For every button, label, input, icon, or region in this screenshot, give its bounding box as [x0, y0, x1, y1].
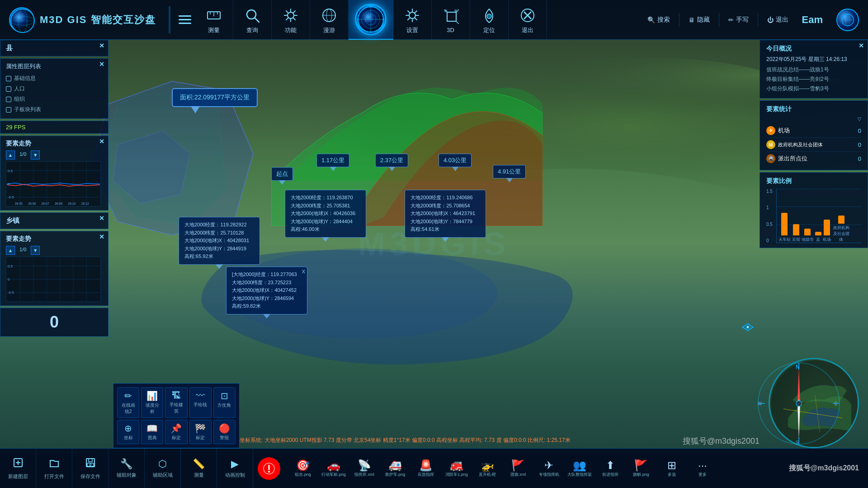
status-team[interactable]: 🚩 团旗.xml [505, 459, 532, 478]
coord-popup-3: 大地2000经度：119.263870 大地2000纬度：25.705381 大… [285, 190, 366, 238]
layer-checkbox-2[interactable] [6, 86, 11, 92]
status-helicopter[interactable]: 🚁 直升机-橙 [474, 459, 501, 478]
svg-text:26:10: 26:10 [68, 202, 75, 205]
logo-globe[interactable] [9, 7, 34, 33]
draw-tool-1[interactable]: ✏ 在线画线2 [117, 387, 139, 418]
save-file-btn[interactable]: 保存文件 [72, 449, 108, 488]
layer-item-4[interactable]: 子板块列表 [6, 104, 103, 115]
toolbar-function[interactable]: 功能 [272, 0, 310, 40]
status-advance[interactable]: ⬆ 前进指挥 [597, 459, 624, 478]
status-multi[interactable]: ⊞ 多选 [658, 459, 685, 478]
toolbar-query[interactable]: 查询 [233, 0, 272, 40]
attr-close[interactable]: ✕ [99, 61, 104, 68]
eye-button[interactable] [741, 322, 754, 334]
township-close[interactable]: ✕ [99, 215, 104, 222]
menu-button[interactable] [179, 12, 195, 28]
big-team-label: 大队整指挥架 [567, 472, 592, 478]
status-emergency[interactable]: 🚨 应急指挥 [412, 459, 439, 478]
toolbar-measure[interactable]: 测量 [195, 0, 233, 40]
draw-tool-coord[interactable]: ⊕ 坐标 [117, 420, 139, 444]
toolbar-roam[interactable]: 漫游 [310, 0, 349, 40]
hand-line-icon: 〰 [196, 390, 205, 401]
status-special[interactable]: ✈ 专项指挥机 [535, 459, 562, 478]
handwrite-icon: ✏ [728, 16, 734, 23]
trend2-up[interactable]: ▲ [6, 246, 15, 255]
open-file-btn[interactable]: 打开文件 [36, 449, 72, 488]
stats-police-row: 🚔 派出所点位 0 [766, 152, 861, 165]
svg-point-86 [796, 401, 802, 406]
toolbar-exit[interactable]: 退出 [509, 0, 547, 40]
bar-airport-label: 机场 [823, 237, 831, 243]
brand-watermark: 搜狐号@m3dgis2001 [683, 436, 760, 446]
search-label: 搜索 [657, 16, 670, 24]
multi-icon: ⊞ [667, 459, 676, 472]
layer-item-2[interactable]: 人口 [6, 84, 103, 94]
layer-item-3[interactable]: 组织 [6, 94, 103, 104]
status-more[interactable]: ··· 更多 [689, 459, 716, 478]
atlas-icon: 📖 [146, 423, 158, 434]
trend-chart-1: 0.5 0 -0.5 26:05 26:06 26:07 26:08 26:10… [6, 161, 101, 206]
status-drive[interactable]: 🚗 行动军标.png [320, 459, 347, 478]
coord-3-line-3: 大地2000(地球)X：40426036 [291, 210, 360, 218]
atlas-label: 图典 [148, 435, 157, 441]
svg-text:0.5: 0.5 [8, 264, 13, 268]
coord-1-line-3: 大地2000(地球)X：40428031 [184, 237, 254, 245]
alert-button[interactable] [258, 457, 280, 480]
logout-btn[interactable]: ⏻ 退出 [767, 16, 788, 24]
draw-tool-4[interactable]: 〰 手绘线 [189, 387, 212, 418]
status-ambulance[interactable]: 🚑 救护车.png [382, 459, 409, 478]
toolbar-locate[interactable]: 定位 [470, 0, 509, 40]
trend1-up[interactable]: ▲ [6, 150, 15, 160]
ambulance-icon: 🚑 [388, 459, 402, 472]
bottom-counter: 0 [0, 308, 108, 337]
globe-right-icon[interactable] [836, 9, 859, 31]
layer-checkbox-3[interactable] [6, 97, 11, 102]
today-close[interactable]: ✕ [859, 42, 864, 49]
svg-point-95 [90, 464, 91, 466]
more-label: 更多 [698, 472, 707, 478]
animation-btn[interactable]: ▶ 动画控制 [217, 449, 253, 488]
draw-tool-alert[interactable]: 🔴 警报 [213, 420, 236, 444]
popup2-close[interactable]: X [302, 268, 305, 276]
trend2-down[interactable]: ▼ [31, 246, 40, 255]
trend1-close[interactable]: ✕ [99, 138, 104, 145]
toolbar-settings[interactable]: 设置 [393, 0, 432, 40]
trend1-down[interactable]: ▼ [31, 150, 40, 160]
hide-btn[interactable]: 🖥 隐藏 [689, 16, 710, 24]
toolbar-globe-active[interactable] [349, 0, 393, 40]
toolbar-3d[interactable]: 3D [432, 0, 470, 40]
status-command[interactable]: 📡 指挥所.xml [351, 459, 378, 478]
assist-area-btn[interactable]: ⬡ 辅助区域 [145, 449, 181, 488]
county-panel: 县 ✕ [0, 40, 108, 56]
layer-checkbox-4[interactable] [6, 107, 11, 113]
svg-text:26:07: 26:07 [42, 202, 49, 205]
status-shoot[interactable]: 🎯 狙击.png [289, 459, 316, 478]
coord-1-line-4: 大地2000(地球)Y：2844919 [184, 245, 254, 253]
draw-tool-3[interactable]: 🏗 手绘建筑 [165, 387, 187, 418]
status-fire[interactable]: 🚒 消防车1.png [443, 459, 470, 478]
draw-tool-mark2[interactable]: 🏁 标定 [189, 420, 212, 444]
bar-airport [824, 220, 830, 235]
draw-tool-atlas[interactable]: 📖 图典 [141, 420, 163, 444]
open-file-label: 打开文件 [44, 473, 64, 480]
assist-obj-btn[interactable]: 🔧 辅助对象 [108, 449, 145, 488]
measure-btn[interactable]: 📏 测量 [181, 449, 217, 488]
layer-checkbox-1[interactable] [6, 76, 11, 81]
layer-item-1[interactable]: 基础信息 [6, 73, 103, 84]
status-big-team[interactable]: 👥 大队整指挥架 [566, 459, 593, 478]
draw-tool-5[interactable]: ⊡ 方仗角 [213, 387, 236, 418]
new-layer-btn[interactable]: 新建图层 [0, 449, 36, 488]
today-panel: ✕ 今日概况 2022年05月25号 星期三 14:26:13 值班战况总结——… [760, 40, 868, 99]
trend2-close[interactable]: ✕ [99, 233, 104, 240]
draw-tool-mark[interactable]: 📌 标定 [165, 420, 187, 444]
status-flag[interactable]: 🚩 旗帜.png [627, 459, 655, 478]
flag-label: 旗帜.png [633, 472, 649, 478]
compass-rose: N S W E [756, 361, 842, 446]
draw-tool-2[interactable]: 📊 坡度分析 [141, 387, 163, 418]
assist-obj-icon: 🔧 [120, 458, 132, 470]
handwrite-btn[interactable]: ✏ 手写 [728, 16, 749, 24]
county-close[interactable]: ✕ [99, 42, 104, 49]
search-btn[interactable]: 🔍 搜索 [647, 16, 670, 24]
coord-2-line-3: 大地2000(地球)X：40427452 [232, 286, 302, 295]
bar-hotel [793, 224, 799, 235]
